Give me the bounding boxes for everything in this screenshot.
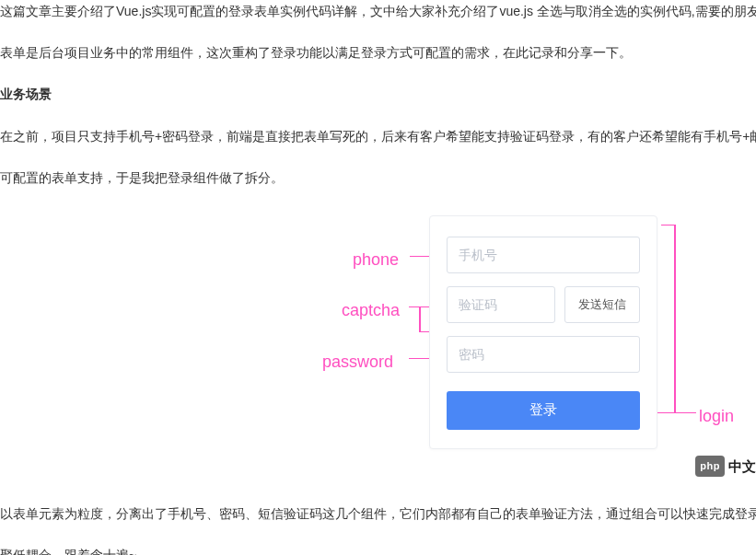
paragraph-2: 在之前，项目只支持手机号+密码登录，前端是直接把表单写死的，后来有客户希望能支持… <box>0 125 756 148</box>
send-sms-button[interactable]: 发送短信 <box>564 286 640 323</box>
annotation-captcha: captcha <box>342 295 400 325</box>
login-button[interactable]: 登录 <box>447 391 640 430</box>
annotation-line <box>419 306 421 332</box>
section-heading: 业务场景 <box>0 83 756 106</box>
annotation-login: login <box>699 401 734 431</box>
annotation-password: password <box>322 347 393 376</box>
annotation-line <box>674 225 676 413</box>
annotation-line <box>661 225 676 226</box>
password-input[interactable] <box>447 336 640 373</box>
paragraph-5: 聚低耦合…跟着念十遍~ <box>0 544 756 555</box>
paragraph-4: 以表单元素为粒度，分离出了手机号、密码、短信验证码这几个组件，它们内部都有自己的… <box>0 503 756 526</box>
paragraph-3: 可配置的表单支持，于是我把登录组件做了拆分。 <box>0 167 756 190</box>
login-form-diagram: phone captcha password login 发送短信 登录 <box>0 208 756 484</box>
brand-text: 中文 <box>728 454 756 479</box>
phone-input[interactable] <box>447 237 640 273</box>
login-card: 发送短信 登录 <box>429 215 657 449</box>
site-logo: php 中文 <box>695 454 756 479</box>
paragraph-1: 表单是后台项目业务中的常用组件，这次重构了登录功能以满足登录方式可配置的需求，在… <box>0 41 756 64</box>
annotation-phone: phone <box>353 245 399 274</box>
paragraph-intro: 这篇文章主要介绍了Vue.js实现可配置的登录表单实例代码详解，文中给大家补充介… <box>0 0 756 23</box>
php-pill: php <box>695 456 725 478</box>
captcha-input[interactable] <box>447 286 555 323</box>
